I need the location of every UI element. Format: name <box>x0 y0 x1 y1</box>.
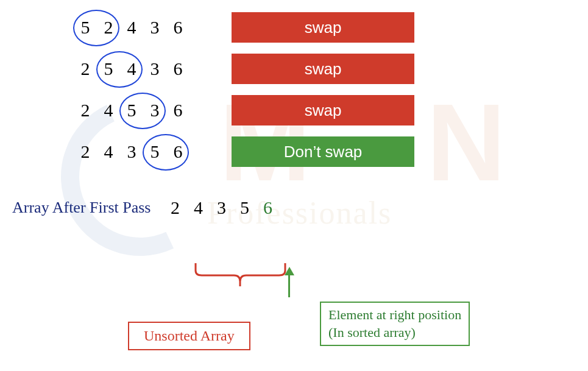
result-label: Array After First Pass <box>12 199 151 217</box>
array-number: 3 <box>149 58 161 79</box>
array-number: 2 <box>79 58 91 79</box>
unsorted-element: 3 <box>215 197 227 218</box>
unsorted-element: 5 <box>238 197 250 218</box>
result-row: Array After First Pass 24356 <box>12 197 576 218</box>
array-display: 24356 <box>79 141 201 162</box>
step-row: 24356Don’t swap <box>12 136 576 167</box>
array-number: 4 <box>102 100 115 121</box>
unsorted-text: Unsorted Array <box>144 328 235 344</box>
unsorted-array-label: Unsorted Array <box>128 322 250 350</box>
array-number: 5 <box>126 100 138 121</box>
swap-action-box: swap <box>232 54 414 84</box>
step-row: 52436swap <box>12 12 576 43</box>
array-display: 52436 <box>79 17 201 38</box>
result-array: 24356 <box>169 197 274 218</box>
dont-swap-action-box: Don’t swap <box>232 136 414 167</box>
array-number: 2 <box>102 17 115 38</box>
array-number: 3 <box>149 17 161 38</box>
array-number: 4 <box>126 58 138 79</box>
array-number: 3 <box>149 100 161 121</box>
swap-action-box: swap <box>232 12 414 43</box>
unsorted-element: 2 <box>169 197 181 218</box>
steps-container: 52436swap25436swap24536swap24356Don’t sw… <box>12 12 576 167</box>
array-number: 2 <box>79 100 91 121</box>
array-number: 5 <box>79 17 91 38</box>
array-number: 5 <box>149 141 161 162</box>
sorted-position-label: Element at right position (In sorted arr… <box>320 302 470 346</box>
swap-action-box: swap <box>232 95 414 125</box>
array-number: 4 <box>126 17 138 38</box>
sorted-element: 6 <box>261 197 274 218</box>
array-number: 6 <box>172 58 184 79</box>
array-number: 6 <box>172 100 184 121</box>
array-number: 6 <box>172 141 184 162</box>
step-row: 25436swap <box>12 54 576 84</box>
sorted-text-line2: (In sorted array) <box>328 324 461 342</box>
array-number: 3 <box>126 141 138 162</box>
array-display: 24536 <box>79 100 201 121</box>
array-number: 6 <box>172 17 184 38</box>
array-number: 5 <box>102 58 115 79</box>
unsorted-element: 4 <box>192 197 204 218</box>
array-number: 4 <box>102 141 115 162</box>
array-display: 25436 <box>79 58 201 79</box>
array-number: 2 <box>79 141 91 162</box>
step-row: 24536swap <box>12 95 576 125</box>
sorted-text-line1: Element at right position <box>328 306 461 324</box>
unsorted-brace <box>193 263 290 294</box>
